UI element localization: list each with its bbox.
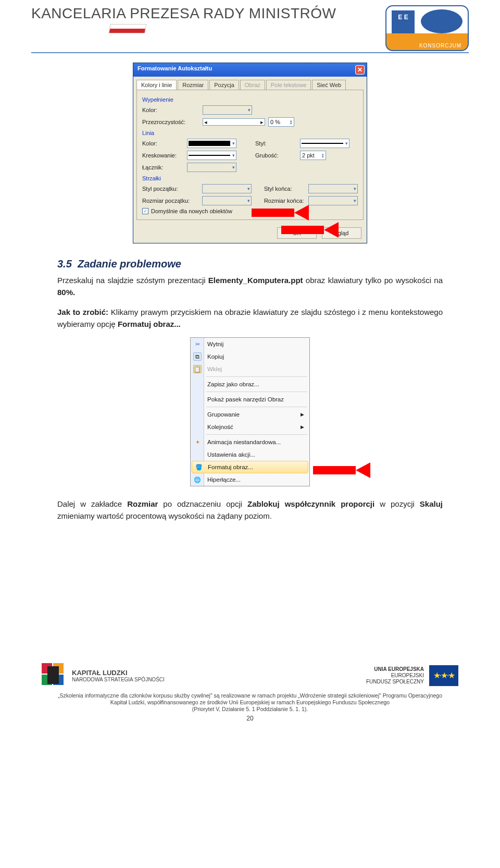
tab-colors-lines[interactable]: Kolory i linie: [136, 80, 177, 90]
menu-copy[interactable]: ⧉Kopiuj: [191, 350, 309, 363]
menu-cut[interactable]: ✂Wytnij: [191, 338, 309, 350]
connector-combo[interactable]: ▾: [187, 163, 236, 172]
konsorcjum-logo: E E KONSORCJUM: [385, 5, 469, 51]
begin-size-combo[interactable]: ▾: [202, 196, 252, 205]
end-size-label: Rozmiar końca:: [264, 198, 306, 204]
line-section-label: Linia: [142, 130, 358, 136]
menu-hyperlink[interactable]: 🌐Hiperłącze...: [191, 473, 309, 486]
page-number: 20: [0, 715, 500, 722]
tab-picture: Obraz: [240, 80, 265, 90]
hyperlink-icon: 🌐: [193, 475, 202, 484]
ribbon-flag-icon: [108, 24, 146, 33]
weight-label: Grubość:: [255, 152, 297, 158]
logo-oval-icon: [421, 9, 463, 33]
footer-logos: KAPITAŁ LUDZKI NARODOWA STRATEGIA SPÓJNO…: [0, 658, 500, 688]
line-style-label: Styl:: [255, 140, 297, 146]
line-color-combo[interactable]: ▾: [187, 139, 236, 148]
arrows-section-label: Strzałki: [142, 175, 358, 181]
close-icon[interactable]: ✕: [355, 65, 365, 75]
menu-save-as-image[interactable]: Zapisz jako obraz...: [191, 378, 309, 390]
org-title: KANCELARIA PREZESA RADY MINISTRÓW: [31, 5, 336, 22]
tab-textbox: Pole tekstowe: [266, 80, 311, 90]
fill-color-label: Kolor:: [142, 107, 199, 113]
dialog-title: Formatowanie Autokształtu: [138, 65, 212, 75]
menu-separator: [206, 392, 307, 392]
default-checkbox[interactable]: ✓: [142, 208, 148, 214]
kl-title: KAPITAŁ LUDZKI: [72, 669, 165, 677]
submenu-arrow-icon: ▶: [301, 412, 304, 417]
menu-show-picture-toolbar[interactable]: Pokaż pasek narzędzi Obraz: [191, 393, 309, 406]
animation-icon: ✦: [193, 438, 202, 446]
section-heading: 3.5 Zadanie problemowe: [57, 258, 443, 270]
transparency-label: Przezroczystość:: [142, 119, 199, 125]
heading-number: 3.5: [57, 258, 72, 270]
eu-logo-block: UNIA EUROPEJSKA EUROPEJSKI FUNDUSZ SPOŁE…: [366, 665, 458, 686]
default-checkbox-label: Domyślnie dla nowych obiektów: [151, 208, 232, 214]
menu-format-picture[interactable]: 🪣Formatuj obraz...: [192, 461, 308, 473]
line-color-label: Kolor:: [142, 140, 184, 146]
kl-mark-icon: [42, 663, 67, 688]
dash-combo[interactable]: ▾: [187, 151, 236, 160]
fill-section-label: Wypełnienie: [142, 96, 358, 103]
tab-size[interactable]: Rozmiar: [178, 80, 208, 90]
tab-position[interactable]: Pozycja: [209, 80, 239, 90]
menu-separator: [206, 376, 307, 377]
logo-ee-icon: E E: [392, 10, 415, 33]
red-arrow-annotation-icon: [252, 205, 309, 221]
dash-label: Kreskowanie:: [142, 152, 184, 158]
paste-icon: 📋: [193, 365, 202, 373]
begin-size-label: Rozmiar początku:: [142, 198, 199, 204]
begin-style-label: Styl początku:: [142, 186, 199, 192]
copy-icon: ⧉: [193, 352, 202, 361]
end-style-label: Styl końca:: [264, 186, 306, 192]
connector-label: Łącznik:: [142, 164, 184, 170]
fill-color-combo[interactable]: ▾: [203, 105, 252, 115]
paragraph-3: Dalej w zakładce Rozmiar po odznaczeniu …: [57, 498, 443, 522]
ue-line3: FUNDUSZ SPOŁECZNY: [366, 679, 424, 685]
page-header: KANCELARIA PREZESA RADY MINISTRÓW E E KO…: [0, 0, 500, 51]
red-arrow-annotation-icon: [281, 222, 339, 238]
submenu-arrow-icon: ▶: [301, 424, 304, 430]
format-picture-icon: 🪣: [195, 463, 203, 471]
ue-line1: UNIA EUROPEJSKA: [366, 666, 424, 673]
logo-konsorcjum-label: KONSORCJUM: [419, 43, 461, 48]
dialog-tabs: Kolory i linie Rozmiar Pozycja Obraz Pol…: [133, 77, 367, 90]
end-size-combo[interactable]: ▾: [308, 196, 358, 205]
paragraph-1: Przeskaluj na slajdzie szóstym prezentac…: [57, 274, 443, 299]
dialog-panel: Wypełnienie Kolor: ▾ Przezroczystość: ◂▸…: [136, 90, 364, 220]
dialog-titlebar[interactable]: Formatowanie Autokształtu ✕: [133, 63, 367, 77]
format-autoshape-dialog: Formatowanie Autokształtu ✕ Kolory i lin…: [133, 63, 367, 243]
red-arrow-annotation-icon: [313, 462, 370, 478]
weight-spinbox[interactable]: 2 pkt▴▾: [300, 151, 326, 160]
context-menu: ✂Wytnij ⧉Kopiuj 📋Wklej Zapisz jako obraz…: [190, 337, 310, 486]
ue-line2: EUROPEJSKI: [366, 673, 424, 679]
menu-paste: 📋Wklej: [191, 363, 309, 375]
tab-web[interactable]: Sieć Web: [312, 80, 346, 90]
chevron-down-icon: ▾: [248, 107, 251, 113]
transparency-spinbox[interactable]: 0 %▴▾: [268, 117, 294, 127]
paragraph-2: Jak to zrobić: Klikamy prawym przyciskie…: [57, 306, 443, 331]
cut-icon: ✂: [193, 340, 202, 348]
menu-group[interactable]: Grupowanie▶: [191, 408, 309, 421]
menu-action-settings[interactable]: Ustawienia akcji...: [191, 448, 309, 461]
end-style-combo[interactable]: ▾: [308, 184, 358, 193]
footer-text: „Szkolenia informatyczne dla członków ko…: [21, 692, 479, 713]
transparency-slider[interactable]: ◂▸: [203, 118, 265, 126]
kl-subtitle: NARODOWA STRATEGIA SPÓJNOŚCI: [72, 677, 165, 682]
begin-style-combo[interactable]: ▾: [202, 184, 252, 193]
menu-order[interactable]: Kolejność▶: [191, 421, 309, 433]
menu-separator: [206, 434, 307, 435]
eu-flag-icon: ★·★·★: [429, 665, 458, 686]
kapital-ludzki-logo: KAPITAŁ LUDZKI NARODOWA STRATEGIA SPÓJNO…: [42, 663, 165, 688]
line-style-combo[interactable]: ▾: [300, 139, 349, 148]
heading-text: Zadanie problemowe: [78, 258, 181, 270]
menu-custom-animation[interactable]: ✦Animacja niestandardowa...: [191, 436, 309, 448]
menu-separator: [206, 407, 307, 407]
